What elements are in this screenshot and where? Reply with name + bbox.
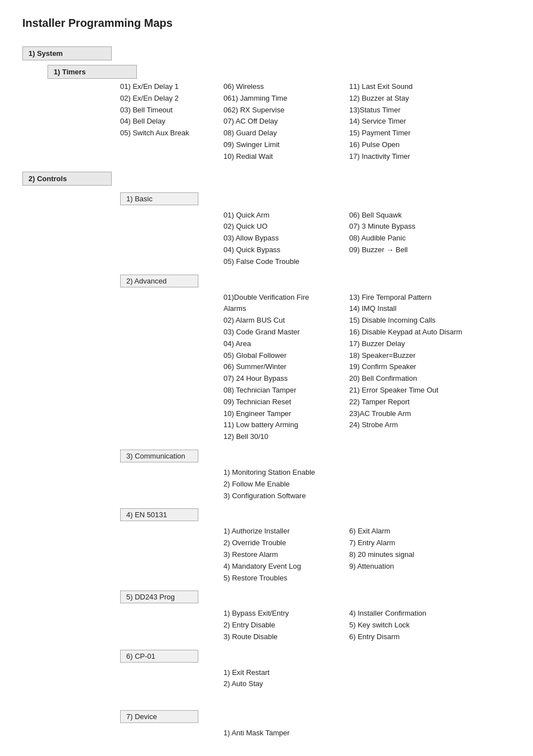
list-item: 20) Bell Confirmation [349,373,483,385]
list-item: 062) RX Supervise [223,105,349,116]
device-data: 1) Anti Mask Tamper [22,727,511,739]
subsection-cp01: 6) CP-01 [120,650,198,663]
list-item: 07) AC Off Delay [223,116,349,127]
device-col1: 1) Anti Mask Tamper [223,727,349,739]
list-item: 02) Alarm BUS Cut [223,315,349,327]
list-item: 03) Allow Bypass [223,233,349,244]
page-title: Installer Programming Maps [22,17,511,30]
subsection-basic: 1) Basic [120,192,198,205]
list-item: 17) Inactivity Timer [349,151,483,163]
list-item: 8) 20 minutes signal [349,549,483,561]
list-item: 03) Bell Timeout [120,105,223,116]
subsection-advanced: 2) Advanced [120,275,198,287]
list-item: 3) Configuration Software [223,490,349,502]
subsection-communication: 3) Communication [120,450,198,462]
list-item: 19) Confirm Speaker [349,361,483,373]
subsection-advanced-row: 2) Advanced [22,272,511,290]
subsection-timers: 1) Timers [47,65,137,79]
list-item: 1) Authorize Installer [223,526,349,537]
list-item: 17) Buzzer Delay [349,338,483,350]
list-item: 2) Entry Disable [223,620,349,631]
list-item: 08) Guard Delay [223,127,349,139]
list-item: 01) Quick Arm [223,210,349,221]
list-item: 2) Follow Me Enable [223,479,349,490]
list-item: 5) Restore Troubles [223,573,349,584]
list-item: 03) Code Grand Master [223,327,349,338]
list-item: 07) 24 Hour Bypass [223,373,349,385]
en50131-col1: 1) Authorize Installer 2) Override Troub… [223,526,349,584]
list-item: 23)AC Trouble Arm [349,408,483,420]
list-item: 6) Exit Alarm [349,526,483,537]
list-item: 06) Bell Squawk [349,210,483,221]
list-item: 05) False Code Trouble [223,256,349,268]
list-item: 061) Jamming Time [223,93,349,105]
advanced-col2: 13) Fire Temporal Pattern 14) IMQ Instal… [349,292,483,432]
list-item: 13) Fire Temporal Pattern [349,292,483,304]
list-item: 3) Route Disable [223,631,349,643]
list-item: 01)Double Verification Fire [223,292,349,304]
basic-col1: 01) Quick Arm 02) Quick UO 03) Allow Byp… [223,210,349,268]
list-item: 01) Ex/En Delay 1 [120,81,223,93]
list-item: 05) Switch Aux Break [120,127,223,139]
list-item: 14) IMQ Install [349,303,483,315]
list-item: 07) 3 Minute Bypass [349,221,483,233]
subsection-communication-row: 3) Communication [22,447,511,465]
list-item: 12) Buzzer at Stay [349,93,483,105]
subsection-timers-row: 1) Timers [22,65,511,79]
timers-col1: 01) Ex/En Delay 1 02) Ex/En Delay 2 03) … [120,81,223,139]
list-item: 6) Entry Disarm [349,631,483,643]
list-item: 3) Restore Alarm [223,549,349,561]
cp01-col1: 1) Exit Restart 2) Auto Stay [223,667,349,691]
subsection-dd243: 5) DD243 Prog [120,590,198,603]
subsection-device-row: 7) Device [22,708,511,725]
list-item: 11) Low battery Arming [223,419,349,431]
timers-col3: 11) Last Exit Sound 12) Buzzer at Stay 1… [349,81,483,163]
basic-data: 01) Quick Arm 02) Quick UO 03) Allow Byp… [22,210,511,268]
en50131-col2: 6) Exit Alarm 7) Entry Alarm 8) 20 minut… [349,526,483,572]
subsection-basic-row: 1) Basic [22,190,511,207]
subsection-device: 7) Device [120,710,198,723]
list-item: 02) Ex/En Delay 2 [120,93,223,105]
list-item: 04) Quick Bypass [223,244,349,256]
list-item: 14) Service Timer [349,116,483,127]
list-item: 4) Mandatory Event Log [223,561,349,573]
section-controls: 2) Controls [22,172,112,186]
list-item: 1) Exit Restart [223,667,349,679]
list-item: 12) Bell 30/10 [223,431,349,443]
en50131-data: 1) Authorize Installer 2) Override Troub… [22,526,511,584]
list-item: 21) Error Speaker Time Out [349,385,483,396]
list-item: 15) Disable Incoming Calls [349,315,483,327]
list-item: 5) Key switch Lock [349,620,483,631]
list-item: 18) Speaker=Buzzer [349,350,483,362]
subsection-en50131-row: 4) EN 50131 [22,506,511,523]
list-item: 04) Area [223,338,349,350]
list-item: 10) Engineer Tamper [223,408,349,420]
list-item: Alarms [223,303,349,315]
list-item: 9) Attenuation [349,561,483,573]
advanced-col1: 01)Double Verification Fire Alarms 02) A… [223,292,349,443]
list-item: 4) Installer Confirmation [349,608,483,620]
list-item: 06) Wireless [223,81,349,93]
dd243-col1: 1) Bypass Exit/Entry 2) Entry Disable 3)… [223,608,349,642]
timers-col2: 06) Wireless 061) Jamming Time 062) RX S… [223,81,349,163]
communication-data: 1) Monitoring Station Enable 2) Follow M… [22,467,511,502]
cp01-data: 1) Exit Restart 2) Auto Stay [22,667,511,691]
list-item: 13)Status Timer [349,105,483,116]
timers-data: 01) Ex/En Delay 1 02) Ex/En Delay 2 03) … [22,81,511,163]
dd243-data: 1) Bypass Exit/Entry 2) Entry Disable 3)… [22,608,511,642]
list-item: 16) Disable Keypad at Auto Disarm [349,327,483,338]
list-item: 09) Technician Reset [223,396,349,408]
communication-col1: 1) Monitoring Station Enable 2) Follow M… [223,467,349,502]
section-system: 1) System [22,46,112,60]
list-item: 16) Pulse Open [349,139,483,151]
list-item: 09) Swinger Limit [223,139,349,151]
basic-col2: 06) Bell Squawk 07) 3 Minute Bypass 08) … [349,210,483,256]
list-item: 02) Quick UO [223,221,349,233]
list-item: 15) Payment Timer [349,127,483,139]
list-item: 08) Technician Tamper [223,385,349,396]
list-item: 08) Audible Panic [349,233,483,244]
list-item: 09) Buzzer → Bell [349,244,483,256]
list-item: 1) Anti Mask Tamper [223,727,349,739]
list-item: 24) Strobe Arm [349,419,483,431]
list-item: 10) Redial Wait [223,151,349,163]
